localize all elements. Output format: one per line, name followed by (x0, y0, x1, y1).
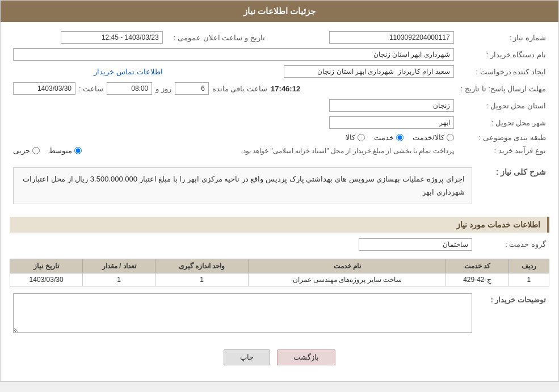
buyer-org-input[interactable] (13, 48, 454, 61)
desc-section-title: شرح کلی نیاز : (496, 167, 546, 176)
remaining-time-display: 17:46:12 (271, 85, 300, 93)
process-cell: پرداخت تمام یا بخشی از مبلغ خریدار از مح… (10, 144, 457, 157)
process-label: نوع فرآیند خرید : (457, 144, 549, 157)
services-table: ردیف کد خدمت نام خدمت واحد اندازه گیری ت… (10, 259, 549, 286)
category-cell: کالا/خدمت خدمت کالا (10, 131, 457, 144)
buyer-desc-label: توضیحات خریدار : (490, 296, 546, 304)
services-section-title: اطلاعات خدمات مورد نیاز (10, 217, 549, 233)
col-quantity: تعداد / مقدار (83, 259, 155, 273)
process-juzei[interactable]: جزیی (13, 146, 40, 155)
category-kala[interactable]: کالا (346, 133, 365, 142)
announcement-datetime-cell (10, 29, 166, 46)
col-date: تاریخ نیاز (10, 259, 83, 273)
category-kala-khidmat[interactable]: کالا/خدمت (413, 133, 454, 142)
creator-contact-link[interactable]: اطلاعات تماس خریدار (94, 68, 162, 76)
city-cell (10, 114, 457, 131)
buyer-org-label: نام دستگاه خریدار : (457, 46, 549, 63)
creator-input[interactable] (284, 65, 454, 78)
city-label: شهر محل تحویل : (457, 114, 549, 131)
buyer-desc-table: توضیحات خریدار : (10, 291, 549, 337)
province-label: استان محل تحویل : (457, 97, 549, 114)
buyer-desc-textarea[interactable] (13, 293, 472, 333)
page-title: جزئیات اطلاعات نیاز (1, 1, 558, 22)
days-label: روز و (155, 85, 171, 93)
announcement-datetime-label: تاریخ و ساعت اعلان عمومی : (166, 29, 268, 46)
table-cell-unit: 1 (155, 273, 249, 286)
announcement-datetime-input[interactable] (61, 31, 163, 44)
deadline-label: مهلت ارسال پاسخ: تا تاریخ : (457, 80, 549, 97)
deadline-time-input[interactable] (107, 82, 152, 95)
days-value-input[interactable] (175, 82, 209, 95)
col-service-code: کد خدمت (446, 259, 508, 273)
category-khidmat[interactable]: خدمت (374, 133, 404, 142)
table-row: 1ج-42-429ساخت سایر پروژه‌های مهندسی عمرا… (10, 273, 549, 286)
deadline-time-label: ساعت : (79, 85, 103, 93)
category-kala-khidmat-label: کالا/خدمت (413, 133, 444, 142)
need-number-input[interactable] (329, 31, 454, 44)
remaining-label: ساعت باقی مانده (212, 85, 267, 93)
process-mutawaset-label: متوسط (49, 146, 72, 155)
group-value-cell (57, 236, 476, 253)
category-label: طبقه بندی موضوعی : (457, 131, 549, 144)
group-label: گروه خدمت : (476, 236, 549, 253)
process-mutawaset-radio[interactable] (74, 147, 82, 154)
description-box: اجرای پروژه عملیات بهسازی سرویس های بهدا… (13, 167, 472, 204)
need-number-label: شماره نیاز : (457, 29, 549, 46)
category-kala-radio[interactable] (358, 134, 365, 141)
table-cell-date: 1403/03/30 (10, 273, 83, 286)
creator-label: ایجاد کننده درخواست : (457, 63, 549, 80)
province-cell (10, 97, 457, 114)
table-cell-service_name: ساخت سایر پروژه‌های مهندسی عمران (249, 273, 446, 286)
creator-link-cell: اطلاعات تماس خریدار (10, 63, 166, 80)
print-button[interactable]: چاپ (224, 349, 270, 365)
group-service-table: گروه خدمت : (10, 236, 549, 253)
buyer-org-cell (10, 46, 457, 63)
col-row: ردیف (508, 259, 549, 273)
process-note: پرداخت تمام یا بخشی از مبلغ خریدار از مح… (91, 147, 454, 155)
creator-cell (166, 63, 457, 80)
category-khidmat-label: خدمت (374, 133, 394, 142)
province-input[interactable] (329, 99, 454, 112)
city-input[interactable] (329, 116, 454, 129)
table-cell-quantity: 1 (83, 273, 155, 286)
deadline-row: 17:46:12 ساعت باقی مانده روز و ساعت : (10, 80, 457, 97)
process-juzei-radio[interactable] (32, 147, 40, 154)
description-table: شرح کلی نیاز : اجرای پروژه عملیات بهسازی… (10, 163, 549, 211)
bottom-buttons: بازگشت چاپ (10, 343, 549, 374)
col-unit: واحد اندازه گیری (155, 259, 249, 273)
category-khidmat-radio[interactable] (396, 134, 404, 141)
process-juzei-label: جزیی (13, 146, 30, 155)
category-kala-label: کالا (346, 133, 355, 142)
group-value-input[interactable] (359, 238, 472, 251)
col-service-name: نام خدمت (249, 259, 446, 273)
table-cell-row: 1 (508, 273, 549, 286)
process-mutawaset[interactable]: متوسط (49, 146, 82, 155)
back-button[interactable]: بازگشت (277, 349, 335, 365)
need-number-cell (268, 29, 457, 46)
category-kala-khidmat-radio[interactable] (447, 134, 454, 141)
table-cell-service_code: ج-42-429 (446, 273, 508, 286)
deadline-date-input[interactable] (13, 82, 75, 95)
main-form-table: شماره نیاز : تاریخ و ساعت اعلان عمومی : … (10, 29, 549, 157)
